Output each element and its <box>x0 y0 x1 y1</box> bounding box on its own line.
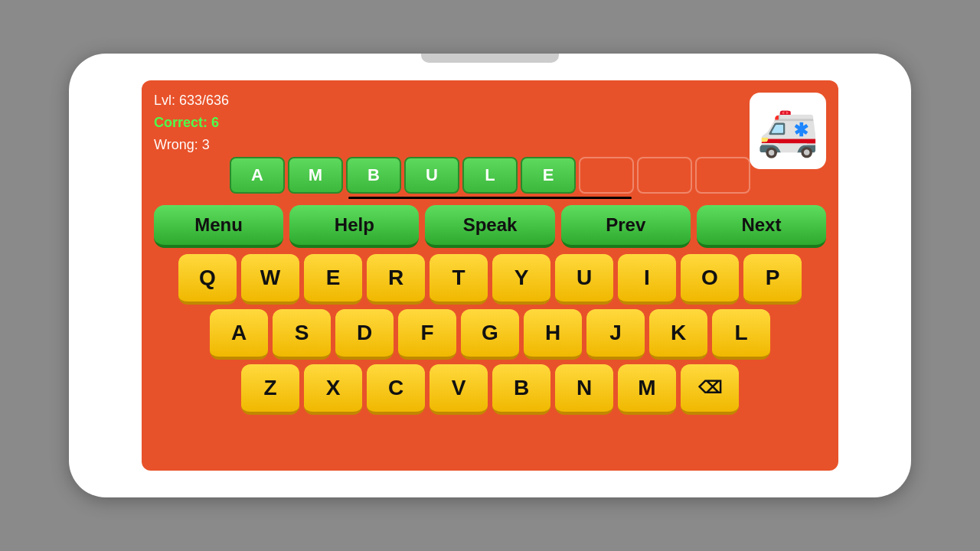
word-tile-8 <box>695 157 750 194</box>
word-area: AMBULE <box>154 157 826 199</box>
word-tile-7 <box>637 157 692 194</box>
key-m[interactable]: M <box>618 364 676 415</box>
key-u[interactable]: U <box>555 254 613 305</box>
level-display: Lvl: 633/636 <box>154 93 229 109</box>
keyboard-row-3: ZXCVBNM⌫ <box>241 364 739 415</box>
key-c[interactable]: C <box>367 364 425 415</box>
key-w[interactable]: W <box>241 254 299 305</box>
keyboard: QWERTYUIOP ASDFGHJKL ZXCVBNM⌫ <box>154 254 826 415</box>
stats-panel: Lvl: 633/636 Correct: 6 Wrong: 3 <box>154 93 229 153</box>
key-t[interactable]: T <box>430 254 488 305</box>
key-p[interactable]: P <box>743 254 802 305</box>
key-o[interactable]: O <box>681 254 739 305</box>
key-v[interactable]: V <box>430 364 488 415</box>
keyboard-row-2: ASDFGHJKL <box>210 309 770 360</box>
key-q[interactable]: Q <box>178 254 237 305</box>
key-s[interactable]: S <box>273 309 331 360</box>
prev-button[interactable]: Prev <box>561 205 691 248</box>
backspace-key[interactable]: ⌫ <box>681 364 739 415</box>
word-tile-6 <box>579 157 634 194</box>
word-underline <box>348 197 632 199</box>
menu-button[interactable]: Menu <box>154 205 283 248</box>
key-y[interactable]: Y <box>492 254 550 305</box>
speak-button[interactable]: Speak <box>425 205 554 248</box>
keyboard-row-1: QWERTYUIOP <box>178 254 802 305</box>
word-tile-3: U <box>404 157 459 194</box>
ambulance-icon: 🚑 <box>757 103 818 160</box>
key-n[interactable]: N <box>555 364 613 415</box>
key-f[interactable]: F <box>398 309 456 360</box>
word-tile-0: A <box>230 157 285 194</box>
key-e[interactable]: E <box>304 254 362 305</box>
key-d[interactable]: D <box>335 309 394 360</box>
word-tiles: AMBULE <box>230 157 750 194</box>
word-tile-4: L <box>462 157 518 194</box>
help-button[interactable]: Help <box>289 205 419 248</box>
word-tile-1: M <box>288 157 343 194</box>
key-z[interactable]: Z <box>241 364 299 415</box>
key-k[interactable]: K <box>649 309 707 360</box>
game-screen: Lvl: 633/636 Correct: 6 Wrong: 3 🚑 AMBUL… <box>142 80 838 471</box>
key-b[interactable]: B <box>492 364 550 415</box>
word-tile-5: E <box>521 157 576 194</box>
action-buttons: Menu Help Speak Prev Next <box>154 205 826 248</box>
next-button[interactable]: Next <box>697 205 826 248</box>
notch <box>421 54 559 63</box>
key-g[interactable]: G <box>461 309 519 360</box>
key-h[interactable]: H <box>524 309 582 360</box>
word-tile-2: B <box>346 157 401 194</box>
key-x[interactable]: X <box>304 364 362 415</box>
key-a[interactable]: A <box>210 309 268 360</box>
device: Lvl: 633/636 Correct: 6 Wrong: 3 🚑 AMBUL… <box>69 54 911 497</box>
key-r[interactable]: R <box>367 254 425 305</box>
key-l[interactable]: L <box>712 309 770 360</box>
correct-display: Correct: 6 <box>154 115 229 131</box>
key-i[interactable]: I <box>618 254 676 305</box>
wrong-display: Wrong: 3 <box>154 137 229 153</box>
key-j[interactable]: J <box>586 309 645 360</box>
